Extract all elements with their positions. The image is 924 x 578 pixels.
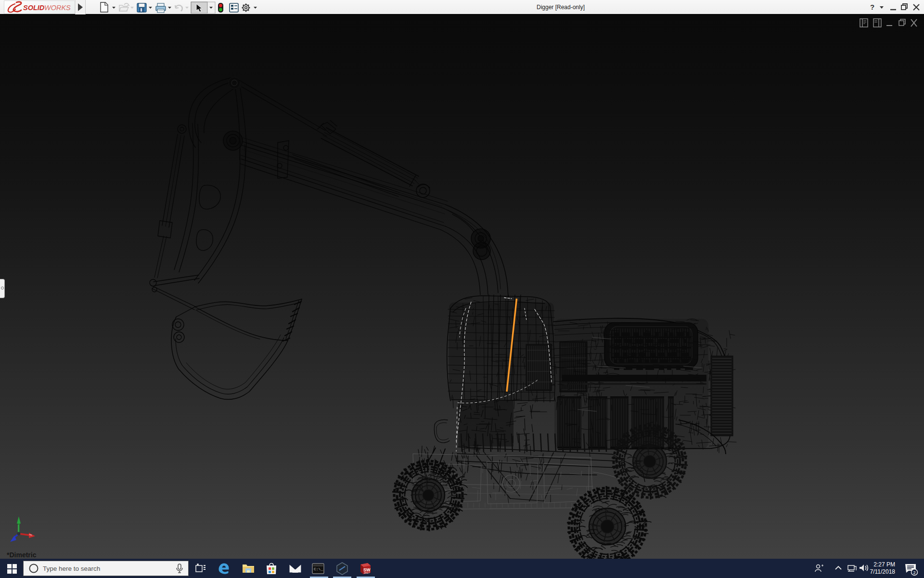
svg-text:2017: 2017 [364, 571, 370, 574]
svg-text:2: 2 [913, 570, 916, 575]
svg-text:?: ? [870, 3, 874, 11]
svg-text:WORKS: WORKS [44, 4, 71, 12]
svg-text:C:\_: C:\_ [314, 567, 323, 571]
svg-text:SOLID: SOLID [23, 4, 45, 12]
